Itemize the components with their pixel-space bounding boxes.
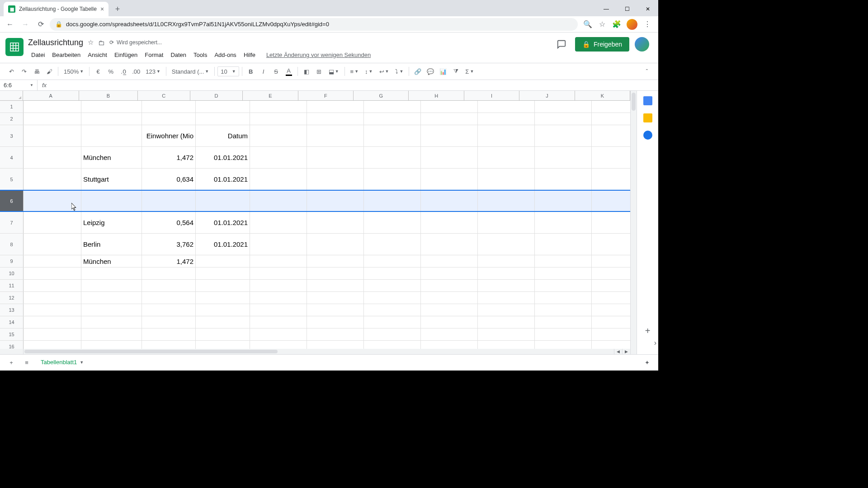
close-window-button[interactable]: ✕	[637, 2, 658, 16]
cell-H15[interactable]	[421, 328, 478, 340]
cell-I16[interactable]	[478, 341, 535, 349]
row-header-6[interactable]: 6	[0, 190, 24, 211]
cell-K2[interactable]	[592, 113, 630, 125]
cell-C9[interactable]: 1,472	[142, 255, 196, 267]
cell-B6[interactable]	[81, 190, 142, 211]
row-header-12[interactable]: 12	[0, 292, 24, 304]
minimize-button[interactable]: —	[596, 2, 617, 16]
forward-button[interactable]: →	[19, 18, 32, 31]
cell-B14[interactable]	[81, 316, 142, 328]
row-header-8[interactable]: 8	[0, 234, 24, 255]
explore-button[interactable]: ✦	[640, 359, 654, 366]
cell-G5[interactable]	[364, 169, 421, 190]
cell-G1[interactable]	[364, 101, 421, 113]
cell-E4[interactable]	[250, 147, 307, 168]
cell-F6[interactable]	[307, 190, 364, 211]
col-header-I[interactable]: I	[464, 91, 519, 100]
font-family-dropdown[interactable]: Standard (...▼	[169, 68, 212, 75]
cell-H7[interactable]	[421, 212, 478, 233]
calendar-addon-icon[interactable]	[643, 96, 652, 105]
cell-C6[interactable]	[142, 190, 196, 211]
cell-I3[interactable]	[478, 125, 535, 146]
row-header-5[interactable]: 5	[0, 169, 24, 190]
cell-D6[interactable]	[196, 190, 250, 211]
row-header-10[interactable]: 10	[0, 267, 24, 279]
fill-color-button[interactable]: ◧	[301, 66, 312, 77]
borders-button[interactable]: ⊞	[313, 66, 325, 77]
cell-H8[interactable]	[421, 234, 478, 255]
browser-tab[interactable]: ▦ Zellausrichtung - Google Tabelle ×	[4, 2, 108, 16]
cell-K6[interactable]	[592, 190, 630, 211]
cell-A7[interactable]	[24, 212, 81, 233]
cell-G12[interactable]	[364, 292, 421, 304]
cell-J8[interactable]	[535, 234, 592, 255]
cell-H5[interactable]	[421, 169, 478, 190]
cell-B15[interactable]	[81, 328, 142, 340]
cell-H11[interactable]	[421, 280, 478, 291]
add-addon-button[interactable]: +	[645, 326, 651, 336]
functions-dropdown[interactable]: Σ▼	[462, 68, 476, 75]
cell-C10[interactable]	[142, 267, 196, 279]
cell-J7[interactable]	[535, 212, 592, 233]
cell-D10[interactable]	[196, 267, 250, 279]
row-header-9[interactable]: 9	[0, 255, 24, 267]
cell-A1[interactable]	[24, 101, 81, 113]
menu-tools[interactable]: Tools	[190, 50, 210, 60]
row-header-13[interactable]: 13	[0, 304, 24, 316]
row-header-14[interactable]: 14	[0, 316, 24, 328]
cell-J5[interactable]	[535, 169, 592, 190]
sheet-tab[interactable]: Tabellenblatt1 ▼	[35, 356, 89, 369]
cell-J16[interactable]	[535, 341, 592, 349]
cell-E1[interactable]	[250, 101, 307, 113]
cell-F2[interactable]	[307, 113, 364, 125]
cell-G10[interactable]	[364, 267, 421, 279]
cell-E8[interactable]	[250, 234, 307, 255]
all-sheets-button[interactable]: ≡	[20, 356, 33, 370]
undo-button[interactable]: ↶	[5, 66, 17, 77]
filter-button[interactable]: ⧩	[450, 66, 462, 77]
horizontal-align-dropdown[interactable]: ≡▼	[348, 68, 362, 75]
extensions-icon[interactable]: 🧩	[612, 20, 621, 29]
cell-F9[interactable]	[307, 255, 364, 267]
cell-H4[interactable]	[421, 147, 478, 168]
menu-insert[interactable]: Einfügen	[111, 50, 141, 60]
name-box[interactable]: 6:6 ▼	[0, 82, 37, 89]
strikethrough-button[interactable]: S	[270, 66, 282, 77]
cell-I4[interactable]	[478, 147, 535, 168]
cell-G2[interactable]	[364, 113, 421, 125]
cell-H12[interactable]	[421, 292, 478, 304]
cell-A5[interactable]	[24, 169, 81, 190]
vertical-scrollbar[interactable]	[630, 91, 637, 354]
cell-I9[interactable]	[478, 255, 535, 267]
cell-A3[interactable]	[24, 125, 81, 146]
text-wrap-dropdown[interactable]: ↩▼	[377, 68, 392, 75]
cell-D3[interactable]: Datum	[196, 125, 250, 146]
cell-E3[interactable]	[250, 125, 307, 146]
cell-F14[interactable]	[307, 316, 364, 328]
cell-F5[interactable]	[307, 169, 364, 190]
cell-F1[interactable]	[307, 101, 364, 113]
star-icon[interactable]: ☆	[88, 38, 94, 47]
insert-link-button[interactable]: 🔗	[412, 66, 424, 77]
cell-D16[interactable]	[196, 341, 250, 349]
cell-D13[interactable]	[196, 304, 250, 316]
cell-A4[interactable]	[24, 147, 81, 168]
cell-K4[interactable]	[592, 147, 630, 168]
chrome-menu-icon[interactable]: ⋮	[643, 20, 652, 29]
new-tab-button[interactable]: +	[111, 3, 124, 15]
cell-I13[interactable]	[478, 304, 535, 316]
font-size-dropdown[interactable]: 10▼	[217, 66, 239, 76]
select-all-corner[interactable]	[0, 91, 23, 100]
insert-chart-button[interactable]: 📊	[437, 66, 449, 77]
cell-I15[interactable]	[478, 328, 535, 340]
cell-G7[interactable]	[364, 212, 421, 233]
cell-D2[interactable]	[196, 113, 250, 125]
cell-A11[interactable]	[24, 280, 81, 291]
col-header-B[interactable]: B	[79, 91, 138, 100]
cell-J13[interactable]	[535, 304, 592, 316]
cell-A16[interactable]	[24, 341, 81, 349]
cell-J15[interactable]	[535, 328, 592, 340]
bookmark-icon[interactable]: ☆	[598, 20, 607, 29]
omnibox[interactable]: 🔒 docs.google.com/spreadsheets/d/1L0CRXr…	[50, 18, 578, 31]
cell-D14[interactable]	[196, 316, 250, 328]
